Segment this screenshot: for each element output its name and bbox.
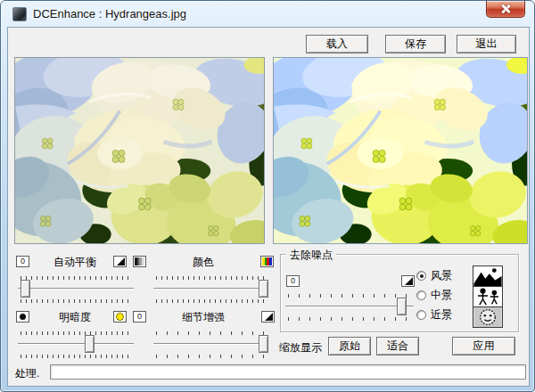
color-slider-thumb[interactable] [259,280,268,298]
noise-slider-thumb[interactable] [397,298,407,315]
radio-landscape-label: 风景 [431,268,452,283]
slider-track[interactable] [18,288,134,290]
brightness-label: 明暗度 [32,310,118,323]
landscape-icon[interactable] [473,265,503,287]
auto-balance-slider [17,275,135,306]
detail-slider [152,331,268,361]
radio-medium[interactable]: 中景 [416,289,452,302]
brightness-slider-thumb[interactable] [85,335,95,353]
radio-landscape[interactable]: 风景 [416,269,452,282]
slider-track[interactable] [18,343,134,345]
color-rgb-icon[interactable] [260,256,274,267]
slider-track[interactable] [285,306,414,307]
progress-field [50,364,526,380]
slider-track[interactable] [153,343,268,345]
slider-track[interactable] [153,288,268,290]
app-icon [12,7,27,21]
load-button[interactable]: 载入 [306,35,368,53]
radio-medium-label: 中景 [431,288,452,303]
tick-marks [156,299,265,303]
exit-button[interactable]: 退出 [457,35,516,53]
noise-removal-legend: 去除噪点 [286,248,336,263]
radio-closeup[interactable]: 近景 [416,308,452,322]
tick-marks [21,355,131,358]
noise-slider [284,293,415,323]
auto-balance-gradient-icon[interactable] [113,256,127,267]
color-contrast-icon[interactable] [133,256,146,267]
zoom-original-button[interactable]: 原始 [328,337,371,355]
color-slider [152,275,268,306]
radio-closeup-label: 近景 [431,307,452,323]
people-icon[interactable] [473,286,503,307]
original-preview [14,57,265,244]
save-button[interactable]: 保存 [385,35,446,53]
window-title: DCEnhance : Hydrangeas.jpg [33,7,186,20]
titlebar[interactable]: DCEnhance : Hydrangeas.jpg [1,1,534,27]
process-label: 处理. [15,366,39,381]
mode-icon-column [473,266,503,328]
close-icon [501,4,510,13]
radio-circle [416,310,426,320]
tick-marks [288,317,411,321]
noise-gradient-icon[interactable] [401,275,415,287]
detail-reset-button[interactable]: 0 [133,311,146,323]
client-area: 载入 保存 退出 0 自动平衡 颜色 [7,27,530,387]
tick-marks [156,355,265,358]
auto-balance-label: 自动平衡 [32,255,118,267]
color-label: 颜色 [149,255,258,267]
zoom-fit-button[interactable]: 适合 [376,337,419,355]
noise-reset-button[interactable]: 0 [286,275,300,287]
auto-balance-slider-thumb[interactable] [21,280,30,298]
enhanced-preview [273,57,528,244]
noise-removal-group: 去除噪点 0 风景 中景 近景 [280,254,519,332]
zoom-display-label: 缩放显示 [279,340,325,353]
brightness-sun-icon[interactable] [113,311,127,323]
tick-marks [21,299,131,303]
detail-label: 细节增强 [149,310,258,323]
detail-gradient-icon[interactable] [261,311,275,323]
brightness-slider [17,331,135,361]
auto-balance-reset-button[interactable]: 0 [16,256,29,267]
close-button[interactable] [486,1,525,18]
radio-circle [416,271,426,281]
face-icon[interactable] [473,306,503,328]
apply-button[interactable]: 应用 [452,337,515,355]
radio-circle [416,290,426,300]
detail-slider-thumb[interactable] [259,335,268,353]
app-window: DCEnhance : Hydrangeas.jpg 载入 保存 退出 0 自动… [0,0,535,392]
brightness-dark-icon[interactable] [16,311,29,323]
